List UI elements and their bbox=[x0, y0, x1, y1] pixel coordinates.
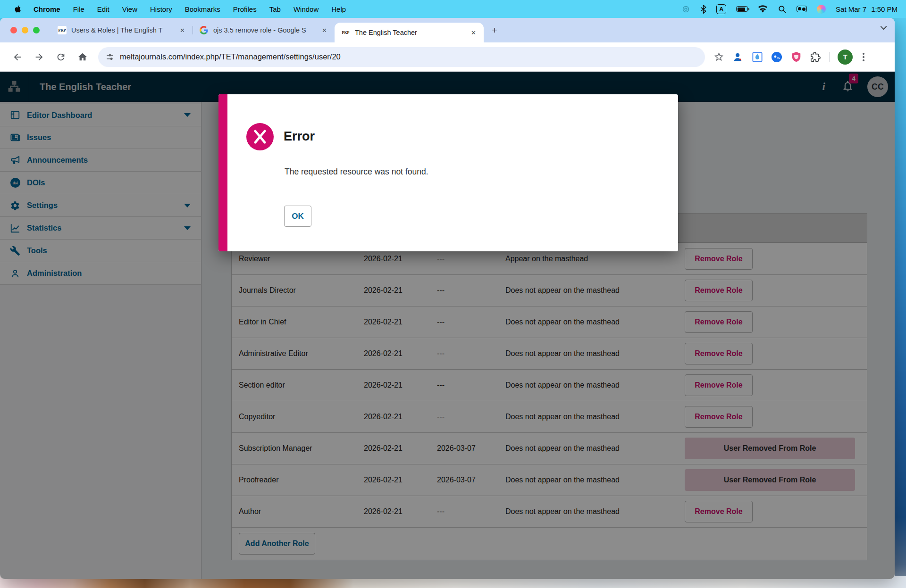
minimize-window-button[interactable] bbox=[22, 27, 28, 33]
bookmark-star-icon[interactable] bbox=[713, 51, 724, 62]
close-window-button[interactable] bbox=[10, 27, 17, 33]
back-button[interactable] bbox=[9, 49, 25, 65]
menu-item[interactable]: Bookmarks bbox=[185, 5, 220, 13]
menu-item[interactable]: Window bbox=[294, 5, 319, 13]
apple-menu-icon[interactable] bbox=[13, 4, 21, 14]
profile-extension-icon[interactable] bbox=[732, 51, 744, 63]
input-source-icon[interactable]: A bbox=[716, 4, 726, 14]
tab-close-icon[interactable]: ✕ bbox=[319, 26, 330, 35]
url-text[interactable]: meltajournals.com/index.php/TET/manageme… bbox=[120, 52, 341, 61]
pkp-favicon: PKP bbox=[341, 28, 350, 37]
menu-item[interactable]: Chrome bbox=[34, 5, 60, 13]
control-center-icon[interactable] bbox=[797, 6, 807, 12]
tab-search-icon[interactable] bbox=[880, 25, 887, 30]
macos-menubar: ChromeFileEditViewHistoryBookmarksProfil… bbox=[0, 0, 906, 18]
menu-items: ChromeFileEditViewHistoryBookmarksProfil… bbox=[34, 5, 346, 13]
browser-profile-avatar[interactable]: T bbox=[838, 50, 853, 65]
siri-icon[interactable] bbox=[817, 5, 826, 14]
tab-title: The English Teacher bbox=[355, 29, 468, 36]
window-controls bbox=[10, 27, 40, 33]
google-favicon bbox=[200, 26, 209, 34]
bluetooth-icon[interactable] bbox=[700, 5, 706, 14]
browser-toolbar: meltajournals.com/index.php/TET/manageme… bbox=[0, 42, 895, 72]
menubar-status-area: A Sat Mar 7 1:50 PM bbox=[681, 4, 898, 14]
wifi-icon[interactable] bbox=[758, 5, 768, 13]
menu-item[interactable]: Tab bbox=[269, 5, 281, 13]
browser-tab[interactable]: PKPUsers & Roles | The English T✕ bbox=[51, 18, 193, 42]
round-extension-icon[interactable] bbox=[771, 51, 782, 63]
modal-message: The requested resource was not found. bbox=[285, 167, 428, 177]
menubar-date[interactable]: Sat Mar 7 bbox=[836, 5, 866, 13]
home-button[interactable] bbox=[75, 49, 91, 65]
shield-extension-icon[interactable] bbox=[790, 51, 802, 63]
reload-button[interactable] bbox=[53, 49, 69, 65]
tab-close-icon[interactable]: ✕ bbox=[177, 26, 188, 35]
maximize-window-button[interactable] bbox=[33, 27, 40, 33]
desktop: ChromeFileEditViewHistoryBookmarksProfil… bbox=[0, 0, 906, 588]
tab-strip: PKPUsers & Roles | The English T✕ojs 3.5… bbox=[0, 18, 895, 42]
location-icon[interactable] bbox=[681, 5, 690, 14]
browser-menu-icon[interactable] bbox=[861, 51, 866, 63]
browser-window: PKPUsers & Roles | The English T✕ojs 3.5… bbox=[0, 18, 895, 579]
pkp-favicon: PKP bbox=[58, 26, 67, 34]
menu-item[interactable]: Edit bbox=[97, 5, 109, 13]
search-icon[interactable] bbox=[778, 5, 787, 14]
address-bar[interactable]: meltajournals.com/index.php/TET/manageme… bbox=[98, 47, 705, 67]
battery-icon[interactable] bbox=[736, 6, 748, 12]
new-tab-button[interactable]: + bbox=[487, 23, 502, 37]
menu-item[interactable]: Profiles bbox=[233, 5, 257, 13]
toolbar-divider bbox=[829, 52, 830, 62]
tab-title: ojs 3.5 remove role - Google S bbox=[213, 26, 319, 34]
tab-close-icon[interactable]: ✕ bbox=[468, 28, 479, 37]
browser-tab[interactable]: PKPThe English Teacher✕ bbox=[335, 23, 484, 42]
error-modal: Error The requested resource was not fou… bbox=[218, 94, 678, 251]
menubar-time[interactable]: 1:50 PM bbox=[871, 5, 898, 13]
framed-extension-icon[interactable] bbox=[752, 51, 763, 63]
page-viewport: The English Teacher i 4 CC Editor Dashbo… bbox=[0, 72, 895, 579]
forward-button[interactable] bbox=[31, 49, 47, 65]
menu-item[interactable]: View bbox=[122, 5, 137, 13]
browser-tab[interactable]: ojs 3.5 remove role - Google S✕ bbox=[193, 18, 335, 42]
error-icon bbox=[246, 123, 274, 150]
menu-item[interactable]: History bbox=[150, 5, 172, 13]
puzzle-extensions-icon[interactable] bbox=[810, 51, 821, 63]
site-settings-icon[interactable] bbox=[106, 53, 114, 61]
ok-button[interactable]: OK bbox=[284, 206, 311, 227]
tabs-container: PKPUsers & Roles | The English T✕ojs 3.5… bbox=[51, 18, 484, 42]
menu-item[interactable]: Help bbox=[331, 5, 346, 13]
tab-title: Users & Roles | The English T bbox=[71, 26, 177, 34]
toolbar-actions: T bbox=[713, 50, 866, 65]
modal-title: Error bbox=[284, 129, 315, 144]
menu-item[interactable]: File bbox=[73, 5, 84, 13]
